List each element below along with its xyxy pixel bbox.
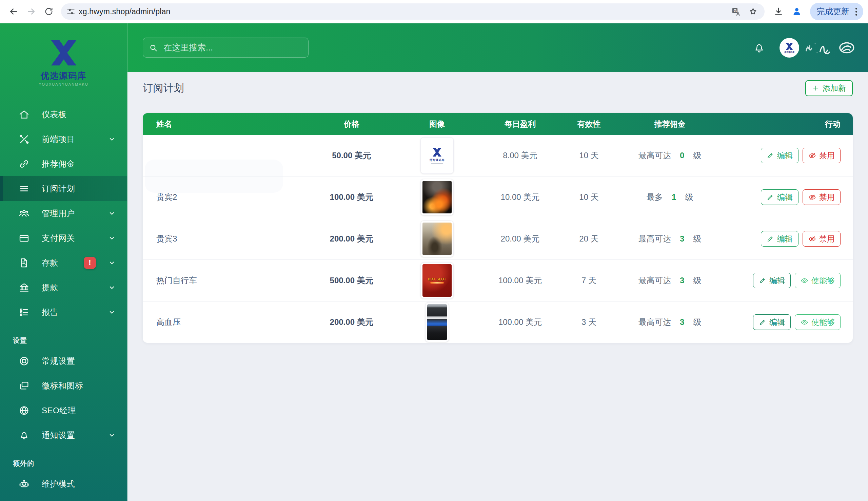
search-input[interactable] (163, 42, 303, 53)
star-icon (748, 7, 758, 16)
edit-button[interactable]: 编辑 (753, 315, 791, 330)
topbar: 优选源码库 (127, 23, 868, 72)
content: 订阅计划 添加新 姓名 价格 图像 每日盈利 有效性 推荐佣金 行动 (127, 72, 868, 343)
plan-name: 贵宾3 (156, 234, 177, 243)
browser-back-button[interactable] (6, 4, 21, 19)
sidebar-item-referral-commission[interactable]: 推荐佣金 (0, 151, 127, 176)
decorative-scribbles (803, 38, 862, 58)
deposit-invoice-icon: $ (19, 257, 30, 268)
plan-name: 高血压 (156, 317, 181, 327)
deposit-alert-badge: ! (84, 257, 96, 269)
chevron-down-icon (108, 234, 116, 242)
plan-referral-commission: 最多1级 (608, 192, 732, 203)
forward-arrow-icon (26, 7, 36, 17)
plan-price: 100.00 美元 (299, 192, 404, 203)
address-bar[interactable]: xg.hwym.shop/admin/plan G (61, 3, 765, 20)
chevron-down-icon (108, 136, 116, 143)
sidebar-menu: 仪表板 前端项目 推荐佣金 订阅计划 管理用户 支付网 (0, 102, 127, 496)
plan-daily-profit: 20.00 美元 (470, 233, 570, 244)
sidebar-item-maintenance-mode[interactable]: 维护模式 (0, 471, 127, 496)
edit-button[interactable]: 编辑 (753, 273, 791, 288)
back-arrow-icon (9, 7, 19, 17)
plan-daily-profit: 10.00 美元 (470, 192, 570, 203)
sidebar-section-extra: 额外的 (0, 447, 127, 471)
brand-subtitle: YOUXUANYUANMAKU (39, 82, 88, 86)
credit-card-icon (19, 233, 30, 244)
life-ring-icon (19, 356, 30, 366)
notifications-button[interactable] (751, 41, 767, 54)
plan-validity: 20 天 (570, 233, 608, 244)
search-box (143, 38, 308, 57)
link-icon (19, 159, 30, 169)
edit-button[interactable]: 编辑 (761, 189, 798, 205)
sidebar-item-reports[interactable]: 报告 (0, 300, 127, 324)
bell-icon (753, 42, 765, 54)
browser-refresh-button[interactable] (41, 4, 56, 19)
home-icon (19, 109, 30, 120)
disable-button[interactable]: 禁用 (803, 189, 840, 205)
enable-button[interactable]: 使能够 (795, 315, 840, 330)
column-header-image: 图像 (404, 119, 470, 129)
users-icon (19, 208, 30, 219)
browser-forward-button[interactable] (24, 4, 39, 19)
refresh-icon (44, 7, 54, 16)
sidebar-item-logo-icons[interactable]: 徽标和图标 (0, 373, 127, 398)
browser-toolbar: xg.hwym.shop/admin/plan G 完成更新 (0, 0, 868, 23)
plan-referral-commission: 最高可达3级 (608, 233, 732, 244)
enable-button[interactable]: 使能够 (795, 273, 840, 288)
table-row: 50.00 美元 优选源码库 8.00 美元 10 天 最高可达0级 (143, 135, 853, 176)
svg-text:G: G (733, 9, 737, 13)
plan-name: 贵宾2 (156, 192, 177, 202)
sidebar-item-manage-users[interactable]: 管理用户 (0, 201, 127, 226)
download-icon (773, 7, 784, 17)
sidebar-item-frontend-projects[interactable]: 前端项目 (0, 127, 127, 151)
page-header: 订阅计划 添加新 (143, 79, 853, 97)
browser-update-button[interactable]: 完成更新 (810, 3, 863, 20)
update-label: 完成更新 (817, 6, 849, 17)
bookmark-star-button[interactable] (746, 5, 760, 18)
chevron-down-icon (108, 431, 116, 439)
plan-price: 500.00 美元 (299, 275, 404, 286)
user-avatar[interactable]: 优选源码库 (780, 38, 799, 57)
plan-image-fire-scene (420, 179, 454, 215)
sidebar-item-deposits[interactable]: $ 存款 ! (0, 250, 127, 275)
sidebar-item-notification-settings[interactable]: 通知设置 (0, 423, 127, 447)
avatar-caption: 优选源码库 (784, 51, 794, 53)
sidebar-item-dashboard[interactable]: 仪表板 (0, 102, 127, 127)
sidebar: 优选源码库 YOUXUANYUANMAKU 仪表板 前端项目 推荐佣金 订阅计划 (0, 23, 127, 501)
page-title: 订阅计划 (143, 81, 184, 95)
edit-button[interactable]: 编辑 (761, 148, 798, 163)
eye-off-icon (808, 193, 816, 201)
column-header-price: 价格 (299, 119, 404, 129)
plan-image-brand-logo: 优选源码库 (420, 137, 454, 174)
eye-off-icon (808, 235, 816, 243)
plans-table: 姓名 价格 图像 每日盈利 有效性 推荐佣金 行动 50.00 美元 (143, 113, 853, 343)
site-info-icon (66, 7, 75, 16)
add-new-button[interactable]: 添加新 (805, 80, 853, 96)
disable-button[interactable]: 禁用 (803, 231, 840, 247)
table-header-row: 姓名 价格 图像 每日盈利 有效性 推荐佣金 行动 (143, 113, 853, 135)
sidebar-item-seo-manager[interactable]: SEO经理 (0, 398, 127, 423)
translate-button[interactable]: G (729, 5, 743, 18)
column-header-actions: 行动 (732, 119, 853, 129)
pencil-icon (759, 318, 766, 326)
disable-button[interactable]: 禁用 (803, 148, 840, 163)
edit-button[interactable]: 编辑 (761, 231, 798, 247)
plan-referral-commission: 最高可达3级 (608, 317, 732, 328)
plan-image-device (425, 302, 449, 342)
images-icon (19, 381, 30, 391)
downloads-button[interactable] (771, 4, 786, 19)
pencil-icon (767, 152, 774, 159)
plan-daily-profit: 8.00 美元 (470, 150, 570, 161)
plan-validity: 3 天 (570, 317, 608, 328)
sidebar-item-payment-gateway[interactable]: 支付网关 (0, 226, 127, 250)
table-row: 热门自行车 500.00 美元 HOT SLOT 100.00 美元 7 天 最… (143, 259, 853, 301)
main-area: 优选源码库 订阅计划 添加新 (127, 23, 868, 501)
sidebar-item-general-settings[interactable]: 常规设置 (0, 349, 127, 373)
sidebar-item-withdrawals[interactable]: 提款 (0, 275, 127, 300)
tools-icon (19, 134, 30, 145)
brand-title: 优选源码库 (41, 70, 86, 81)
sidebar-item-subscription-plans[interactable]: 订阅计划 (0, 176, 127, 201)
column-header-referral-commission: 推荐佣金 (608, 119, 732, 129)
browser-profile-button[interactable] (789, 4, 805, 19)
